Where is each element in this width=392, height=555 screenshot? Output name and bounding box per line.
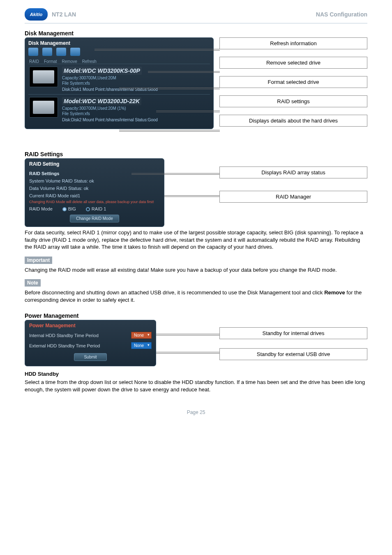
important-tag: Important	[25, 257, 52, 264]
power-management-heading: Power Management	[25, 312, 367, 319]
raid-panel-title: RAID Setting	[29, 161, 160, 167]
internal-standby-select[interactable]: None	[131, 332, 152, 339]
power-panel-title: Power Management	[29, 323, 152, 328]
drive2-status: Disk:Disk2 Mount Point:/shares/internal …	[62, 118, 209, 122]
connector-line	[131, 173, 220, 173]
radio-icon[interactable]	[62, 207, 67, 211]
power-panel: Power Management Internal HDD Standby Ti…	[25, 320, 156, 366]
connector-line	[95, 49, 220, 49]
power-callouts: Standby for internal drives Standby for …	[219, 327, 367, 360]
raid-group-label: RAID Settings	[29, 171, 160, 176]
page-footer: Page 25	[25, 409, 367, 415]
drive-info: Model:WDC WD3200JD-22K Capacity:300700M,…	[62, 97, 209, 122]
external-standby-select[interactable]: None	[131, 342, 152, 349]
raid-mode-label: RAID Mode	[29, 206, 53, 211]
raid-figure: RAID Setting RAID Settings System Volume…	[25, 158, 367, 224]
raid-option-raid1-label: RAID 1	[92, 206, 106, 211]
format-icon[interactable]	[42, 48, 52, 56]
note-text: Before disconnecting and shutting down a…	[25, 289, 367, 303]
drive-thumb-icon	[29, 97, 58, 118]
section-title-right: NAS Configuration	[316, 11, 367, 18]
drive2-model: Model:WDC WD3200JD-22K	[62, 97, 141, 105]
connector-line	[119, 88, 220, 88]
raid-current-mode: Current RAID Mode raid1	[29, 193, 160, 198]
toolbar-label-raid[interactable]: RAID	[29, 59, 39, 64]
remove-icon[interactable]	[56, 48, 66, 56]
callout-details: Displays details about the hard drives	[219, 115, 367, 127]
callout-raid-status: Displays RAID array status	[219, 166, 367, 178]
power-submit-button[interactable]: Submit	[74, 353, 107, 361]
raid-panel: RAID Setting RAID Settings System Volume…	[25, 158, 164, 227]
hdd-standby-text: Select a time from the drop down list or…	[25, 379, 367, 393]
toolbar-label-refresh[interactable]: Refresh	[82, 59, 97, 64]
disk-management-panel: Disk Management RAID Format Remove Refre…	[25, 37, 214, 129]
callout-raid: RAID settings	[219, 95, 367, 107]
disk-management-heading: Disk Management	[25, 30, 367, 37]
raid-data-status: Data Volume RAID Status: ok	[29, 186, 160, 191]
internal-standby-label: Internal HDD Standby Time Period	[29, 333, 99, 338]
product-title: NT2 LAN	[52, 11, 76, 18]
power-figure: Power Management Internal HDD Standby Ti…	[25, 320, 367, 365]
hdd-standby-heading: HDD Standby	[25, 371, 367, 377]
toolbar-label-format[interactable]: Format	[44, 59, 57, 64]
note-bold: Remove	[324, 289, 345, 296]
drive-row-2[interactable]: Model:WDC WD3200JD-22K Capacity:300700M,…	[28, 94, 210, 125]
raid-settings-heading: RAID Settings	[25, 151, 367, 157]
callout-raid-manager: RAID Manager	[219, 191, 367, 203]
internal-standby-row: Internal HDD Standby Time Period None	[29, 332, 152, 339]
note-tag: Note	[25, 279, 41, 287]
drive2-capacity: Capacity:300700M,Used:20M (1%)	[62, 106, 209, 111]
raid-option-big[interactable]: BIG	[62, 206, 76, 211]
drive1-capacity: Capacity:300700M,Used:20M	[62, 76, 209, 80]
header-left: Akitio NT2 LAN	[25, 8, 76, 21]
raid-option-big-label: BIG	[68, 206, 76, 211]
callout-internal-standby: Standby for internal drives	[219, 327, 367, 339]
panel-title: Disk Management	[28, 40, 210, 46]
toolbar-label-remove[interactable]: Remove	[62, 59, 77, 64]
connector-line	[148, 71, 220, 72]
connector-line	[156, 334, 220, 334]
raid-paragraph: For data security, select RAID 1 (mirror…	[25, 229, 367, 251]
drive-thumb-icon	[29, 67, 58, 87]
toolbar-labels: RAID Format Remove Refresh	[29, 59, 210, 64]
external-standby-row: External HDD Standby Time Period None	[29, 342, 152, 349]
connector-line	[164, 195, 220, 196]
callout-refresh: Refresh information	[219, 37, 367, 49]
external-standby-label: External HDD Standby Time Period	[29, 343, 100, 348]
connector-line	[119, 130, 220, 130]
callout-format: Format selected drive	[219, 76, 367, 88]
refresh-icon[interactable]	[70, 48, 80, 56]
change-raid-mode-button[interactable]: Change RAID Mode	[70, 215, 119, 222]
drive2-fs: File System:xfs	[62, 111, 209, 116]
connector-line	[156, 111, 220, 111]
drive-row-1[interactable]: Model:WDC WD3200KS-00P Capacity:300700M,…	[28, 64, 210, 94]
disk-management-figure: Disk Management RAID Format Remove Refre…	[25, 37, 367, 144]
disk-callouts: Refresh information Remove selected driv…	[219, 37, 367, 127]
raid-callouts: Displays RAID array status RAID Manager	[219, 166, 367, 203]
important-text: Changing the RAID mode will erase all ex…	[25, 266, 367, 274]
raid-mode-selector: RAID Mode BIG RAID 1	[29, 206, 160, 211]
raid-option-raid1[interactable]: RAID 1	[86, 206, 106, 211]
brand-logo: Akitio	[25, 8, 48, 21]
callout-remove: Remove selected drive	[219, 57, 367, 69]
raid-sys-status: System Volume RAID Status: ok	[29, 178, 160, 183]
raid-warning-text: Changing RAID Mode will delete all user …	[29, 200, 160, 204]
note-pre: Before disconnecting and shutting down a…	[25, 289, 324, 296]
callout-external-standby: Standby for external USB drive	[219, 348, 367, 360]
raid-icon[interactable]	[28, 48, 38, 56]
page-header: Akitio NT2 LAN NAS Configuration	[25, 8, 367, 23]
drive1-fs: File System:xfs	[62, 81, 209, 86]
drive1-model: Model:WDC WD3200KS-00P	[62, 67, 142, 75]
radio-icon[interactable]	[86, 207, 90, 211]
connector-line	[156, 352, 220, 352]
